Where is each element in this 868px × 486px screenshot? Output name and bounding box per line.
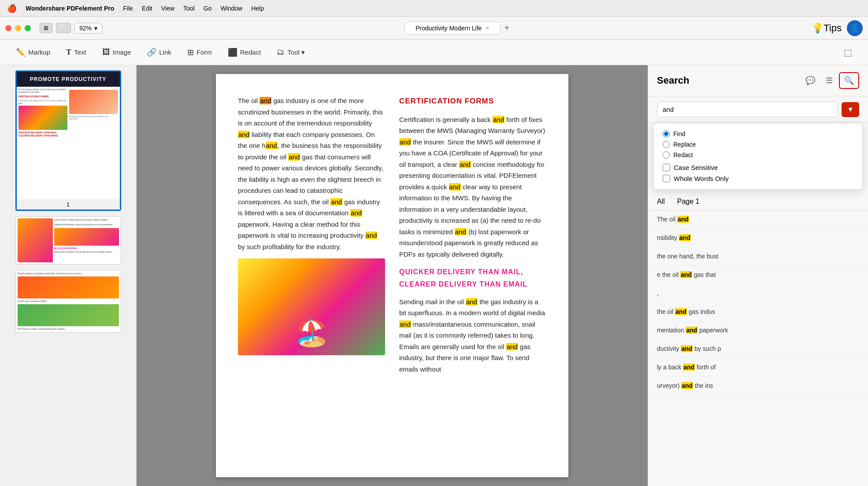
menubar: 🍎 Wondershare PDFelement Pro File Edit V… <box>0 0 868 17</box>
replace-radio[interactable] <box>663 141 670 148</box>
case-sensitive-checkbox[interactable] <box>663 164 670 171</box>
comment-tab-button[interactable]: 💬 <box>801 72 820 89</box>
redact-radio-label[interactable]: Redact <box>663 151 853 158</box>
close-button[interactable] <box>5 25 11 31</box>
highlight-and-9: and <box>399 138 411 146</box>
minimize-button[interactable] <box>15 25 21 31</box>
zoom-control[interactable]: 92% ▾ <box>74 23 102 33</box>
redact-icon: ⬛ <box>228 48 237 57</box>
thumb2-content: Lorem ipsum content about oil and gas in… <box>16 217 121 264</box>
maximize-button[interactable] <box>25 25 31 31</box>
search-tab-button[interactable]: 🔍 <box>839 72 859 89</box>
highlight-and-12: and <box>455 228 467 236</box>
result-item[interactable]: The oil and <box>648 210 868 229</box>
form-button[interactable]: ⊞ Form <box>180 44 219 61</box>
doc-image: 🏖️ <box>238 258 385 355</box>
results-list[interactable]: The oil and nsibility and the one hand, … <box>648 210 868 486</box>
whole-words-text: Whole Words Only <box>674 175 729 182</box>
result-text-after: gas indus <box>687 308 715 315</box>
result-item[interactable]: urveyor) and the ins <box>648 377 868 395</box>
result-item[interactable]: the one hand, the bust <box>648 247 868 266</box>
text-icon: 𝐓 <box>66 48 71 57</box>
tips-icon[interactable]: 💡Tips <box>812 22 842 34</box>
menu-edit[interactable]: Edit <box>142 5 152 12</box>
current-tab[interactable]: Productivity Modern Life ✕ <box>404 22 501 35</box>
result-text: ductivity <box>657 345 681 352</box>
doc-paragraph-quicker-header: QUICKER DELIVERY THAN MAIL, CLEARER DELI… <box>399 266 546 290</box>
whole-words-label[interactable]: Whole Words Only <box>663 175 853 182</box>
result-item[interactable]: mentation and paperwork <box>648 321 868 340</box>
menu-view[interactable]: View <box>161 5 174 12</box>
tool-button[interactable]: 🗂 Tool ▾ <box>270 44 312 60</box>
search-popup: Find Replace Redact Case Sensitive <box>653 123 863 190</box>
redact-button[interactable]: ⬛ Redact <box>221 44 268 61</box>
thumb2-image <box>18 218 53 262</box>
search-input-row: ▼ <box>648 96 868 123</box>
markup-button[interactable]: ✏️ Markup <box>9 44 57 61</box>
text-label: Text <box>74 48 86 56</box>
highlight-and-6: and <box>350 209 362 217</box>
results-all-label: All <box>657 198 665 206</box>
menu-tool[interactable]: Tool <box>183 5 195 12</box>
page-thumbnail-1[interactable]: PROMOTE PRODUCTIVITY The oil and gas ind… <box>15 70 121 211</box>
thumb-content-1: The oil and gas industry is one of the m… <box>17 87 120 139</box>
filter-button[interactable]: ▼ <box>842 102 859 117</box>
find-radio[interactable] <box>663 130 670 137</box>
thumb3-image-2 <box>18 304 119 326</box>
replace-radio-label[interactable]: Replace <box>663 141 853 148</box>
main-area: PROMOTE PRODUCTIVITY The oil and gas ind… <box>0 65 868 486</box>
thumb2-text: Lorem ipsum content about oil and gas in… <box>54 218 119 262</box>
find-radio-label[interactable]: Find <box>663 130 853 137</box>
whole-words-checkbox[interactable] <box>663 175 670 182</box>
thumb-promote-header: PROMOTE PRODUCTIVITY <box>17 72 120 87</box>
menu-go[interactable]: Go <box>204 5 212 12</box>
result-item[interactable]: ly a back and forth of <box>648 358 868 377</box>
highlight-and-8: and <box>493 116 504 123</box>
apple-icon[interactable]: 🍎 <box>7 4 17 13</box>
text-button[interactable]: 𝐓 Text <box>59 44 93 60</box>
doc-paragraph-2: Certification is generally a back and fo… <box>399 114 546 260</box>
add-tab-button[interactable]: + <box>504 23 509 33</box>
document-area[interactable]: The oil and gas industry is one of the m… <box>137 65 648 486</box>
link-button[interactable]: 🔗 Link <box>140 44 178 61</box>
case-sensitive-label[interactable]: Case Sensitive <box>663 164 853 171</box>
tool-icon: 🗂 <box>277 48 285 57</box>
result-text: the oil <box>657 308 675 315</box>
markup-icon: ✏️ <box>16 48 26 57</box>
thumb-col-left: The oil and gas industry is one of the m… <box>19 88 67 137</box>
page-thumbnail-2[interactable]: Lorem ipsum content about oil and gas in… <box>15 216 121 265</box>
zoom-value: 92% <box>79 25 92 32</box>
image-button[interactable]: 🖼 Image <box>95 44 138 60</box>
tool-label: Tool ▾ <box>287 48 305 56</box>
search-input[interactable] <box>657 102 838 117</box>
panel-toggle-button[interactable]: ⬚ <box>837 44 859 61</box>
page-thumbnail-3[interactable]: Report analysis and global productivity … <box>15 270 121 333</box>
menu-file[interactable]: File <box>123 5 133 12</box>
thumb3-image-1 <box>18 276 119 298</box>
highlight-and-10: and <box>459 161 471 168</box>
find-radio-label-text: Find <box>673 130 685 137</box>
result-item[interactable]: , <box>648 284 868 303</box>
result-text: The oil <box>657 216 677 223</box>
grid-view-button[interactable]: ⊞ <box>40 23 52 33</box>
result-item[interactable]: ductivity and by such p <box>648 340 868 358</box>
redact-radio-label-text: Redact <box>673 151 693 158</box>
result-highlight: and <box>683 364 695 371</box>
tab-close-icon[interactable]: ✕ <box>485 25 490 31</box>
redact-radio[interactable] <box>663 151 670 158</box>
results-page-label: Page 1 <box>677 198 700 206</box>
titlebar: ⊞ ⬜ 92% ▾ Productivity Modern Life ✕ + 💡… <box>0 17 868 40</box>
menu-window[interactable]: Window <box>220 5 242 12</box>
result-item[interactable]: e the oil and gas that <box>648 266 868 284</box>
list-tab-button[interactable]: ☰ <box>821 72 837 89</box>
result-item[interactable]: nsibility and <box>648 229 868 247</box>
result-text: ly a back <box>657 364 683 371</box>
result-item[interactable]: the oil and gas indus <box>648 303 868 321</box>
menu-help[interactable]: Help <box>251 5 264 12</box>
result-highlight: and <box>681 345 693 352</box>
cert-forms-header: CERTIFICATION FORMS <box>399 97 494 105</box>
user-avatar[interactable]: 👤 <box>847 20 863 36</box>
thumb-red-label-1: SUCCESS DELIVERY THAN MAIL,CLEARER DELIV… <box>19 131 67 137</box>
link-icon: 🔗 <box>147 48 156 57</box>
split-view-button[interactable]: ⬜ <box>56 23 71 33</box>
